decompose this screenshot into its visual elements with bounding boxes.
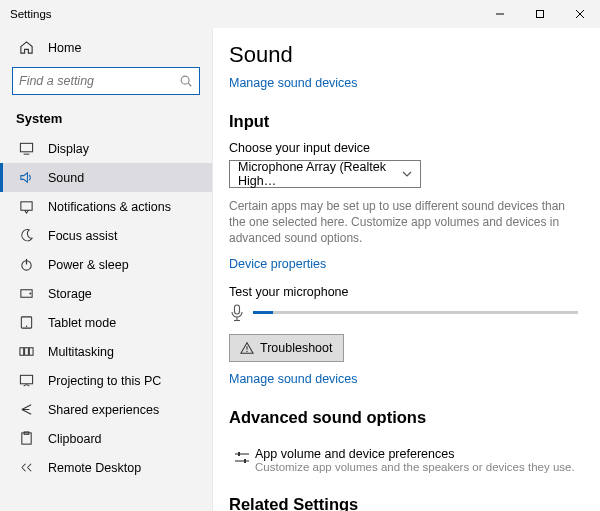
choose-input-label: Choose your input device xyxy=(229,141,578,155)
sidebar-item-shared[interactable]: Shared experiences xyxy=(0,395,212,424)
sidebar-item-label: Focus assist xyxy=(48,229,117,243)
window-title: Settings xyxy=(10,8,52,20)
test-mic-label: Test your microphone xyxy=(229,285,578,299)
home-nav[interactable]: Home xyxy=(0,34,212,61)
search-icon xyxy=(179,74,193,88)
app-volume-desc: Customize app volumes and the speakers o… xyxy=(255,461,575,473)
close-button[interactable] xyxy=(560,0,600,28)
svg-point-25 xyxy=(246,350,247,351)
selected-device: Microphone Array (Realtek High… xyxy=(238,160,402,188)
input-description: Certain apps may be set up to use differ… xyxy=(229,198,578,247)
sidebar-item-display[interactable]: Display xyxy=(0,134,212,163)
svg-rect-6 xyxy=(20,143,32,151)
input-heading: Input xyxy=(229,112,578,131)
search-field[interactable] xyxy=(19,74,179,88)
remote-icon xyxy=(16,460,36,475)
manage-devices-link-top[interactable]: Manage sound devices xyxy=(229,76,358,90)
sidebar-item-label: Sound xyxy=(48,171,84,185)
sidebar-item-power[interactable]: Power & sleep xyxy=(0,250,212,279)
app-volume-item[interactable]: App volume and device preferences Custom… xyxy=(229,437,578,473)
sidebar-item-remote[interactable]: Remote Desktop xyxy=(0,453,212,482)
microphone-icon xyxy=(229,304,245,322)
svg-point-12 xyxy=(29,293,31,295)
sidebar-item-label: Notifications & actions xyxy=(48,200,171,214)
svg-rect-21 xyxy=(235,305,240,314)
svg-rect-15 xyxy=(19,348,23,356)
moon-icon xyxy=(16,228,36,243)
svg-line-5 xyxy=(188,83,191,86)
sidebar-item-label: Projecting to this PC xyxy=(48,374,161,388)
sidebar-item-storage[interactable]: Storage xyxy=(0,279,212,308)
page-title: Sound xyxy=(229,42,578,68)
svg-rect-8 xyxy=(20,202,31,210)
sidebar-item-focus-assist[interactable]: Focus assist xyxy=(0,221,212,250)
advanced-heading: Advanced sound options xyxy=(229,408,578,427)
chevron-down-icon xyxy=(402,169,412,179)
sidebar-item-label: Multitasking xyxy=(48,345,114,359)
sidebar-item-notifications[interactable]: Notifications & actions xyxy=(0,192,212,221)
sidebar-item-label: Remote Desktop xyxy=(48,461,141,475)
display-icon xyxy=(16,141,36,156)
sidebar-item-clipboard[interactable]: Clipboard xyxy=(0,424,212,453)
minimize-button[interactable] xyxy=(480,0,520,28)
multitask-icon xyxy=(16,344,36,359)
sound-icon xyxy=(16,170,36,185)
share-icon xyxy=(16,402,36,417)
svg-point-4 xyxy=(181,76,189,84)
sidebar-item-label: Tablet mode xyxy=(48,316,116,330)
home-icon xyxy=(16,40,36,55)
tablet-icon xyxy=(16,315,36,330)
svg-rect-16 xyxy=(24,348,28,356)
maximize-button[interactable] xyxy=(520,0,560,28)
sidebar-item-projecting[interactable]: Projecting to this PC xyxy=(0,366,212,395)
manage-devices-link-bottom[interactable]: Manage sound devices xyxy=(229,372,358,386)
storage-icon xyxy=(16,286,36,301)
sidebar-item-label: Shared experiences xyxy=(48,403,159,417)
warning-icon xyxy=(240,341,254,355)
troubleshoot-button[interactable]: Troubleshoot xyxy=(229,334,344,362)
sidebar-item-sound[interactable]: Sound xyxy=(0,163,212,192)
sidebar-item-label: Power & sleep xyxy=(48,258,129,272)
mic-level-bar xyxy=(253,311,578,314)
project-icon xyxy=(16,373,36,388)
svg-rect-1 xyxy=(537,11,544,18)
clipboard-icon xyxy=(16,431,36,446)
svg-rect-17 xyxy=(29,348,33,356)
notifications-icon xyxy=(16,199,36,214)
sidebar-item-tablet[interactable]: Tablet mode xyxy=(0,308,212,337)
device-properties-link[interactable]: Device properties xyxy=(229,257,326,271)
input-device-select[interactable]: Microphone Array (Realtek High… xyxy=(229,160,421,188)
sidebar-item-label: Clipboard xyxy=(48,432,102,446)
related-heading: Related Settings xyxy=(229,495,578,511)
svg-rect-29 xyxy=(244,459,246,463)
search-input[interactable] xyxy=(12,67,200,95)
troubleshoot-label: Troubleshoot xyxy=(260,341,333,355)
home-label: Home xyxy=(48,41,81,55)
svg-point-14 xyxy=(25,326,27,328)
power-icon xyxy=(16,257,36,272)
sidebar-item-label: Display xyxy=(48,142,89,156)
sidebar-item-label: Storage xyxy=(48,287,92,301)
svg-rect-18 xyxy=(20,375,32,383)
app-volume-title: App volume and device preferences xyxy=(255,447,575,461)
sidebar-heading: System xyxy=(0,105,212,134)
sidebar-item-multitask[interactable]: Multitasking xyxy=(0,337,212,366)
sliders-icon xyxy=(229,447,255,473)
svg-rect-27 xyxy=(238,452,240,456)
